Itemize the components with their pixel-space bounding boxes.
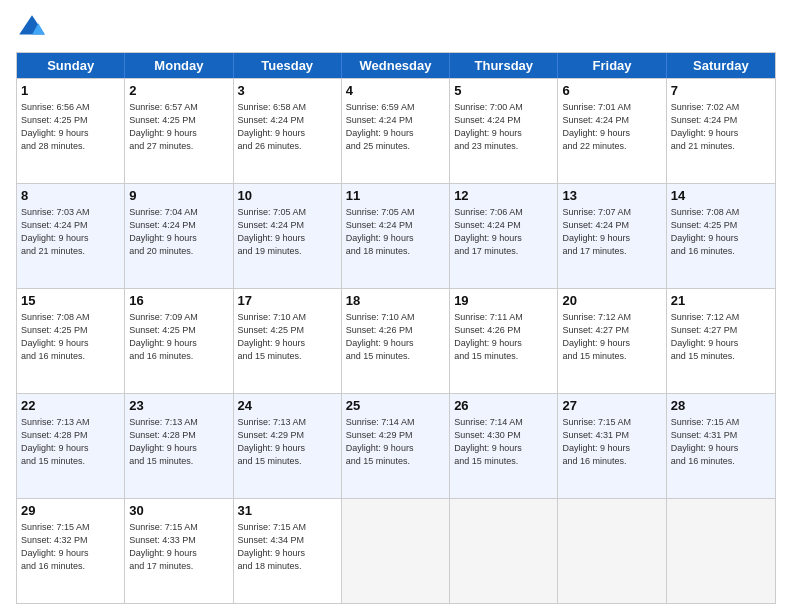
day-cell-29: 29Sunrise: 7:15 AM Sunset: 4:32 PM Dayli… xyxy=(17,499,125,603)
day-cell-31: 31Sunrise: 7:15 AM Sunset: 4:34 PM Dayli… xyxy=(234,499,342,603)
day-number-17: 17 xyxy=(238,292,337,310)
header-day-wednesday: Wednesday xyxy=(342,53,450,78)
header-day-monday: Monday xyxy=(125,53,233,78)
day-info-28: Sunrise: 7:15 AM Sunset: 4:31 PM Dayligh… xyxy=(671,416,771,468)
day-cell-27: 27Sunrise: 7:15 AM Sunset: 4:31 PM Dayli… xyxy=(558,394,666,498)
day-info-6: Sunrise: 7:01 AM Sunset: 4:24 PM Dayligh… xyxy=(562,101,661,153)
day-info-13: Sunrise: 7:07 AM Sunset: 4:24 PM Dayligh… xyxy=(562,206,661,258)
day-info-27: Sunrise: 7:15 AM Sunset: 4:31 PM Dayligh… xyxy=(562,416,661,468)
day-info-26: Sunrise: 7:14 AM Sunset: 4:30 PM Dayligh… xyxy=(454,416,553,468)
day-info-7: Sunrise: 7:02 AM Sunset: 4:24 PM Dayligh… xyxy=(671,101,771,153)
day-number-2: 2 xyxy=(129,82,228,100)
day-cell-6: 6Sunrise: 7:01 AM Sunset: 4:24 PM Daylig… xyxy=(558,79,666,183)
day-cell-22: 22Sunrise: 7:13 AM Sunset: 4:28 PM Dayli… xyxy=(17,394,125,498)
day-cell-17: 17Sunrise: 7:10 AM Sunset: 4:25 PM Dayli… xyxy=(234,289,342,393)
day-info-2: Sunrise: 6:57 AM Sunset: 4:25 PM Dayligh… xyxy=(129,101,228,153)
logo-icon xyxy=(16,12,48,44)
day-info-10: Sunrise: 7:05 AM Sunset: 4:24 PM Dayligh… xyxy=(238,206,337,258)
empty-cell xyxy=(558,499,666,603)
day-info-17: Sunrise: 7:10 AM Sunset: 4:25 PM Dayligh… xyxy=(238,311,337,363)
day-info-29: Sunrise: 7:15 AM Sunset: 4:32 PM Dayligh… xyxy=(21,521,120,573)
day-info-21: Sunrise: 7:12 AM Sunset: 4:27 PM Dayligh… xyxy=(671,311,771,363)
day-cell-28: 28Sunrise: 7:15 AM Sunset: 4:31 PM Dayli… xyxy=(667,394,775,498)
day-cell-23: 23Sunrise: 7:13 AM Sunset: 4:28 PM Dayli… xyxy=(125,394,233,498)
day-number-27: 27 xyxy=(562,397,661,415)
day-number-25: 25 xyxy=(346,397,445,415)
day-cell-21: 21Sunrise: 7:12 AM Sunset: 4:27 PM Dayli… xyxy=(667,289,775,393)
week-row-5: 29Sunrise: 7:15 AM Sunset: 4:32 PM Dayli… xyxy=(17,498,775,603)
day-cell-14: 14Sunrise: 7:08 AM Sunset: 4:25 PM Dayli… xyxy=(667,184,775,288)
day-cell-18: 18Sunrise: 7:10 AM Sunset: 4:26 PM Dayli… xyxy=(342,289,450,393)
header-day-thursday: Thursday xyxy=(450,53,558,78)
day-info-16: Sunrise: 7:09 AM Sunset: 4:25 PM Dayligh… xyxy=(129,311,228,363)
page: SundayMondayTuesdayWednesdayThursdayFrid… xyxy=(0,0,792,612)
day-info-20: Sunrise: 7:12 AM Sunset: 4:27 PM Dayligh… xyxy=(562,311,661,363)
day-number-14: 14 xyxy=(671,187,771,205)
day-info-9: Sunrise: 7:04 AM Sunset: 4:24 PM Dayligh… xyxy=(129,206,228,258)
day-cell-25: 25Sunrise: 7:14 AM Sunset: 4:29 PM Dayli… xyxy=(342,394,450,498)
day-info-4: Sunrise: 6:59 AM Sunset: 4:24 PM Dayligh… xyxy=(346,101,445,153)
day-cell-1: 1Sunrise: 6:56 AM Sunset: 4:25 PM Daylig… xyxy=(17,79,125,183)
day-number-20: 20 xyxy=(562,292,661,310)
header-day-saturday: Saturday xyxy=(667,53,775,78)
header-day-tuesday: Tuesday xyxy=(234,53,342,78)
week-row-4: 22Sunrise: 7:13 AM Sunset: 4:28 PM Dayli… xyxy=(17,393,775,498)
header xyxy=(16,12,776,44)
day-info-5: Sunrise: 7:00 AM Sunset: 4:24 PM Dayligh… xyxy=(454,101,553,153)
day-cell-13: 13Sunrise: 7:07 AM Sunset: 4:24 PM Dayli… xyxy=(558,184,666,288)
day-number-24: 24 xyxy=(238,397,337,415)
day-number-10: 10 xyxy=(238,187,337,205)
day-cell-5: 5Sunrise: 7:00 AM Sunset: 4:24 PM Daylig… xyxy=(450,79,558,183)
day-info-19: Sunrise: 7:11 AM Sunset: 4:26 PM Dayligh… xyxy=(454,311,553,363)
day-info-18: Sunrise: 7:10 AM Sunset: 4:26 PM Dayligh… xyxy=(346,311,445,363)
day-cell-20: 20Sunrise: 7:12 AM Sunset: 4:27 PM Dayli… xyxy=(558,289,666,393)
day-number-6: 6 xyxy=(562,82,661,100)
header-day-sunday: Sunday xyxy=(17,53,125,78)
day-number-9: 9 xyxy=(129,187,228,205)
calendar-header: SundayMondayTuesdayWednesdayThursdayFrid… xyxy=(17,53,775,78)
logo xyxy=(16,12,52,44)
day-info-12: Sunrise: 7:06 AM Sunset: 4:24 PM Dayligh… xyxy=(454,206,553,258)
day-number-1: 1 xyxy=(21,82,120,100)
day-cell-9: 9Sunrise: 7:04 AM Sunset: 4:24 PM Daylig… xyxy=(125,184,233,288)
day-number-30: 30 xyxy=(129,502,228,520)
day-number-4: 4 xyxy=(346,82,445,100)
day-number-15: 15 xyxy=(21,292,120,310)
day-number-7: 7 xyxy=(671,82,771,100)
week-row-1: 1Sunrise: 6:56 AM Sunset: 4:25 PM Daylig… xyxy=(17,78,775,183)
week-row-2: 8Sunrise: 7:03 AM Sunset: 4:24 PM Daylig… xyxy=(17,183,775,288)
day-info-22: Sunrise: 7:13 AM Sunset: 4:28 PM Dayligh… xyxy=(21,416,120,468)
day-number-31: 31 xyxy=(238,502,337,520)
day-cell-7: 7Sunrise: 7:02 AM Sunset: 4:24 PM Daylig… xyxy=(667,79,775,183)
empty-cell xyxy=(667,499,775,603)
day-number-19: 19 xyxy=(454,292,553,310)
day-number-26: 26 xyxy=(454,397,553,415)
day-number-16: 16 xyxy=(129,292,228,310)
calendar: SundayMondayTuesdayWednesdayThursdayFrid… xyxy=(16,52,776,604)
day-cell-12: 12Sunrise: 7:06 AM Sunset: 4:24 PM Dayli… xyxy=(450,184,558,288)
day-number-21: 21 xyxy=(671,292,771,310)
day-cell-19: 19Sunrise: 7:11 AM Sunset: 4:26 PM Dayli… xyxy=(450,289,558,393)
empty-cell xyxy=(450,499,558,603)
day-number-22: 22 xyxy=(21,397,120,415)
day-cell-2: 2Sunrise: 6:57 AM Sunset: 4:25 PM Daylig… xyxy=(125,79,233,183)
day-info-1: Sunrise: 6:56 AM Sunset: 4:25 PM Dayligh… xyxy=(21,101,120,153)
day-number-23: 23 xyxy=(129,397,228,415)
day-number-13: 13 xyxy=(562,187,661,205)
day-cell-4: 4Sunrise: 6:59 AM Sunset: 4:24 PM Daylig… xyxy=(342,79,450,183)
day-cell-26: 26Sunrise: 7:14 AM Sunset: 4:30 PM Dayli… xyxy=(450,394,558,498)
day-info-30: Sunrise: 7:15 AM Sunset: 4:33 PM Dayligh… xyxy=(129,521,228,573)
day-info-23: Sunrise: 7:13 AM Sunset: 4:28 PM Dayligh… xyxy=(129,416,228,468)
day-number-18: 18 xyxy=(346,292,445,310)
day-number-12: 12 xyxy=(454,187,553,205)
day-cell-16: 16Sunrise: 7:09 AM Sunset: 4:25 PM Dayli… xyxy=(125,289,233,393)
day-info-15: Sunrise: 7:08 AM Sunset: 4:25 PM Dayligh… xyxy=(21,311,120,363)
day-cell-24: 24Sunrise: 7:13 AM Sunset: 4:29 PM Dayli… xyxy=(234,394,342,498)
day-cell-30: 30Sunrise: 7:15 AM Sunset: 4:33 PM Dayli… xyxy=(125,499,233,603)
day-info-8: Sunrise: 7:03 AM Sunset: 4:24 PM Dayligh… xyxy=(21,206,120,258)
day-cell-3: 3Sunrise: 6:58 AM Sunset: 4:24 PM Daylig… xyxy=(234,79,342,183)
day-info-3: Sunrise: 6:58 AM Sunset: 4:24 PM Dayligh… xyxy=(238,101,337,153)
header-day-friday: Friday xyxy=(558,53,666,78)
day-info-11: Sunrise: 7:05 AM Sunset: 4:24 PM Dayligh… xyxy=(346,206,445,258)
day-cell-10: 10Sunrise: 7:05 AM Sunset: 4:24 PM Dayli… xyxy=(234,184,342,288)
